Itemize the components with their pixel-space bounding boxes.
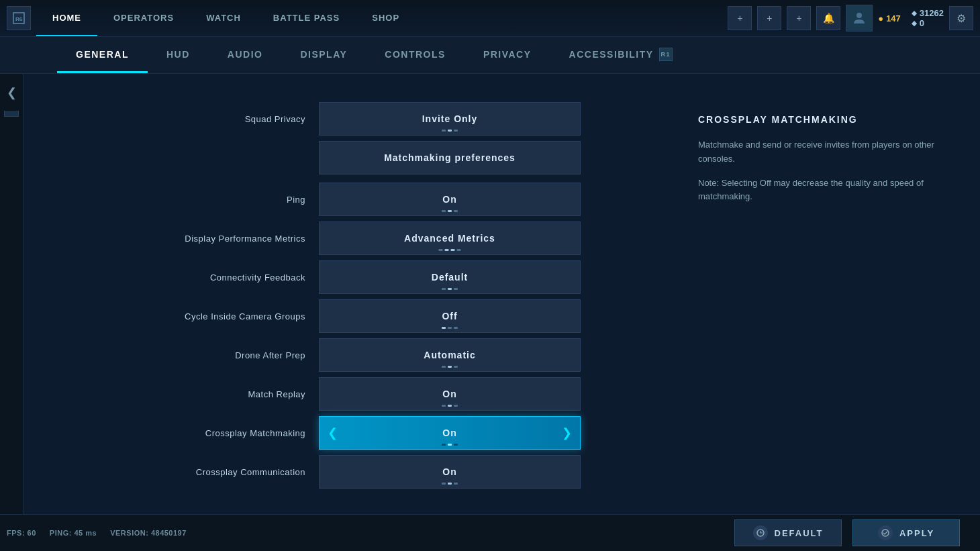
arrow-left-icon[interactable]: ❮ xyxy=(328,425,338,440)
control-match-replay[interactable]: On xyxy=(319,377,581,411)
main-nav-tabs: HOME OPERATORS WATCH BATTLE PASS SHOP xyxy=(36,0,415,36)
value-ping: On xyxy=(442,194,456,205)
bottom-bar: FPS: 60 PING: 45 ms VERSION: 48450197 DE… xyxy=(0,514,980,551)
svg-text:R6: R6 xyxy=(15,16,23,22)
settings-row-match-replay: Match Replay On xyxy=(23,376,671,412)
top-navigation: R6 HOME OPERATORS WATCH BATTLE PASS SHOP… xyxy=(0,0,980,37)
accessibility-badge: R1 xyxy=(659,48,673,61)
label-squad-privacy: Squad Privacy xyxy=(23,114,319,124)
dot xyxy=(451,249,455,251)
dot xyxy=(454,366,458,368)
dot xyxy=(448,444,452,446)
dot xyxy=(442,210,446,212)
nav-btn-notification[interactable]: 🔔 xyxy=(816,6,840,30)
nav-tab-shop[interactable]: SHOP xyxy=(356,0,415,36)
bottom-status: FPS: 60 PING: 45 ms VERSION: 48450197 xyxy=(7,514,187,551)
left-side-panel xyxy=(0,74,23,514)
control-matchmaking-prefs[interactable]: Matchmaking preferences xyxy=(319,141,581,174)
slider-ping xyxy=(442,210,458,212)
value-matchmaking-prefs: Matchmaking preferences xyxy=(384,152,516,163)
value-squad-privacy: Invite Only xyxy=(422,113,478,124)
nav-btn-2[interactable]: + xyxy=(757,6,781,30)
nav-tab-operators[interactable]: OPERATORS xyxy=(97,0,190,36)
dot xyxy=(442,405,446,407)
value-camera-groups: Off xyxy=(442,311,457,321)
label-camera-groups: Cycle Inside Camera Groups xyxy=(23,311,319,321)
value-match-replay: On xyxy=(442,389,456,399)
dot xyxy=(454,327,458,329)
control-connectivity[interactable]: Default xyxy=(319,260,581,294)
settings-row-crossplay-matchmaking: Crossplay Matchmaking ❮ On ❯ xyxy=(23,415,671,451)
dot xyxy=(448,366,452,368)
dot xyxy=(454,210,458,212)
label-drone-after-prep: Drone After Prep xyxy=(23,350,319,360)
tab-hud[interactable]: HUD xyxy=(148,37,209,73)
nav-tab-home[interactable]: HOME xyxy=(36,0,97,36)
dot xyxy=(448,288,452,290)
settings-row-squad-privacy: Squad Privacy Invite Only xyxy=(23,101,671,137)
dot xyxy=(454,444,458,446)
default-button-label: DEFAULT xyxy=(775,528,824,538)
info-panel-title: CROSSPLAY MATCHMAKING xyxy=(698,114,953,125)
nav-avatar[interactable] xyxy=(846,5,873,32)
currency-display: ● 147 xyxy=(878,13,901,23)
svg-point-2 xyxy=(856,13,862,18)
tab-general[interactable]: GENERAL xyxy=(57,37,148,73)
dot xyxy=(448,210,452,212)
control-squad-privacy[interactable]: Invite Only xyxy=(319,102,581,136)
tab-accessibility[interactable]: ACCESSIBILITY R1 xyxy=(550,37,691,73)
dot xyxy=(454,130,458,132)
dot xyxy=(457,249,461,251)
settings-gear-icon[interactable]: ⚙ xyxy=(949,6,973,30)
dot xyxy=(454,288,458,290)
value-display-metrics: Advanced Metrics xyxy=(404,233,495,244)
tab-controls[interactable]: CONTROLS xyxy=(366,37,464,73)
control-ping[interactable]: On xyxy=(319,183,581,216)
tab-privacy[interactable]: PRIVACY xyxy=(464,37,550,73)
info-panel-text1: Matchmake and send or receive invites fr… xyxy=(698,138,953,166)
label-connectivity: Connectivity Feedback xyxy=(23,272,319,283)
dot xyxy=(454,483,458,485)
value-connectivity: Default xyxy=(432,272,468,283)
dot xyxy=(442,288,446,290)
control-crossplay-communication[interactable]: On xyxy=(319,455,581,489)
nav-btn-1[interactable]: + xyxy=(728,6,752,30)
slider-match-replay xyxy=(442,405,458,407)
arrow-right-icon[interactable]: ❯ xyxy=(562,425,572,440)
settings-row-crossplay-communication: Crossplay Communication On xyxy=(23,454,671,490)
apply-button-icon xyxy=(878,525,893,540)
slider-crossplay-communication xyxy=(442,483,458,485)
settings-content-area: Squad Privacy Invite Only Matchmaking pr… xyxy=(0,74,980,514)
fps-display: FPS: 60 xyxy=(7,529,36,537)
nav-tab-battlepass[interactable]: BATTLE PASS xyxy=(257,0,356,36)
dot xyxy=(448,405,452,407)
settings-row-display-metrics: Display Performance Metrics Advanced Met… xyxy=(23,220,671,256)
slider-connectivity xyxy=(442,288,458,290)
nav-tab-watch[interactable]: WATCH xyxy=(190,0,257,36)
nav-btn-3[interactable]: + xyxy=(787,6,811,30)
apply-button-label: APPLY xyxy=(899,528,934,538)
dot xyxy=(454,405,458,407)
settings-row-ping: Ping On xyxy=(23,181,671,217)
control-drone-after-prep[interactable]: Automatic xyxy=(319,338,581,372)
tab-audio[interactable]: AUDIO xyxy=(209,37,282,73)
control-crossplay-matchmaking[interactable]: ❮ On ❯ xyxy=(319,416,581,450)
value-crossplay-communication: On xyxy=(442,466,456,477)
control-display-metrics[interactable]: Advanced Metrics xyxy=(319,221,581,255)
dot xyxy=(442,444,446,446)
slider-squad-privacy xyxy=(442,130,458,132)
tab-display[interactable]: DISPLAY xyxy=(281,37,366,73)
svg-point-6 xyxy=(882,530,889,536)
settings-row-drone-after-prep: Drone After Prep Automatic xyxy=(23,337,671,373)
nav-right-area: + + + 🔔 ● 147 ◆ 31262 ◆ 0 ⚙ xyxy=(728,5,973,32)
version-display: VERSION: 48450197 xyxy=(110,529,187,537)
settings-tabs-bar: GENERAL HUD AUDIO DISPLAY CONTROLS PRIVA… xyxy=(0,37,980,74)
dot xyxy=(448,130,452,132)
label-crossplay-communication: Crossplay Communication xyxy=(23,467,319,477)
slider-crossplay-matchmaking xyxy=(442,444,458,446)
default-button[interactable]: DEFAULT xyxy=(734,519,842,546)
apply-button[interactable]: APPLY xyxy=(852,519,960,546)
dot xyxy=(442,327,446,329)
back-button[interactable]: ❮ xyxy=(0,74,23,111)
control-camera-groups[interactable]: Off xyxy=(319,299,581,333)
